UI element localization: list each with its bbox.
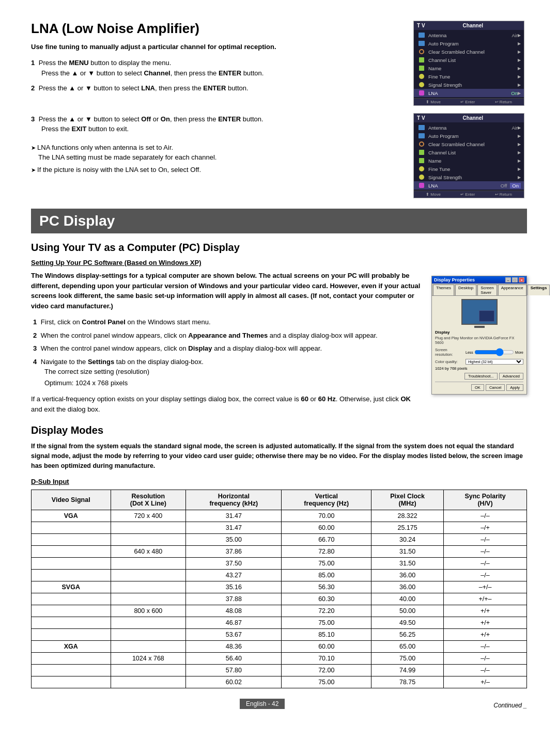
lna-title: LNA (Low Noise Amplifier): [31, 21, 403, 37]
titlebar-buttons: – □ ×: [505, 277, 524, 282]
continued-text: Continued _: [493, 702, 527, 709]
page-number: English - 42: [240, 699, 285, 709]
td-v_freq: 56.30: [282, 581, 371, 593]
tab-settings[interactable]: Settings: [528, 285, 550, 295]
troubleshoot-button[interactable]: Troubleshoot...: [464, 373, 498, 380]
tv-row: Signal Strength▶: [414, 173, 524, 181]
display-modes-section: Display Modes If the signal from the sys…: [31, 424, 527, 688]
td-signal: [32, 522, 111, 534]
th-pixel-clock: Pixel Clock(MHz): [371, 490, 444, 510]
td-pixel: 31.50: [371, 558, 444, 570]
tv-label: T V: [417, 23, 425, 28]
td-h_freq: 35.16: [186, 581, 282, 593]
td-pixel: 75.00: [371, 653, 444, 665]
step-indent: Press the EXIT button to exit.: [31, 124, 403, 134]
lna-step-2: 2 Press the ▲ or ▼ button to select LNA,…: [31, 83, 403, 93]
td-resolution: 800 x 600: [111, 605, 186, 617]
tab-screensaver[interactable]: Screen Saver: [477, 285, 497, 295]
ch-icon: [417, 65, 426, 72]
lna-step-1: 1 Press the MENU button to display the m…: [31, 58, 403, 78]
pc-step-3: 3 When the control panel window appears,…: [31, 343, 421, 354]
td-h_freq: 37.86: [186, 546, 282, 558]
tab-desktop[interactable]: Desktop: [455, 285, 476, 295]
lna-steps: 1 Press the MENU button to display the m…: [31, 58, 403, 134]
freq-note: If a vertical-frequency option exists on…: [31, 394, 421, 414]
td-sync: –/–: [444, 534, 527, 546]
tab-appearance[interactable]: Appearance: [498, 285, 526, 295]
tv-row: Clear Scrambled Channel▶: [414, 140, 524, 148]
td-v_freq: 75.00: [282, 558, 371, 570]
tv-screen-1-header: T V Channel: [414, 21, 524, 30]
tv-row: Name▶: [414, 64, 524, 72]
td-h_freq: 56.40: [186, 653, 282, 665]
property-buttons: Troubleshoot... Advanced: [435, 373, 523, 380]
tv-screens: T V Channel AntennaAir▶ Auto Program▶ Cl…: [413, 21, 527, 198]
ok-button[interactable]: OK: [471, 384, 484, 391]
tv-row: AntennaAir▶: [414, 31, 524, 39]
td-sync: –+/–: [444, 581, 527, 593]
td-resolution: [111, 641, 186, 653]
maximize-button[interactable]: □: [512, 277, 518, 282]
table-row: 800 x 60048.0872.2050.00+/+: [32, 605, 527, 617]
lna-note-1: LNA functions only when antenna is set t…: [31, 143, 403, 163]
tv-row: Name▶: [414, 156, 524, 165]
tv-screen-1: T V Channel AntennaAir▶ Auto Program▶ Cl…: [413, 21, 524, 106]
td-resolution: [111, 534, 186, 546]
setup-icon: [417, 174, 426, 181]
td-sync: –/–: [444, 641, 527, 653]
lna-subtitle: Use fine tuning to manually adjust a par…: [31, 43, 403, 51]
td-signal: SVGA: [32, 581, 111, 593]
td-sync: –/–: [444, 510, 527, 522]
tv-row-lna: LNA On ▶: [414, 89, 524, 97]
tv-row: Signal Strength▶: [414, 81, 524, 89]
td-resolution: [111, 522, 186, 534]
td-resolution: [111, 558, 186, 570]
tv-label: T V: [417, 115, 425, 121]
th-vertical: Verticalfrequency (Hz): [282, 490, 371, 510]
th-sync-polarity: Sync Polarity(H/V): [444, 490, 527, 510]
winxp-dialog: Display Properties – □ × Themes Desktop …: [431, 276, 527, 395]
cancel-button[interactable]: Cancel: [486, 384, 505, 391]
apply-button[interactable]: Apply: [506, 384, 523, 391]
display-label: Display: [435, 330, 523, 335]
pic-icon: [417, 132, 426, 139]
td-sync: +/+: [444, 617, 527, 629]
ch-icon: [417, 56, 426, 64]
td-signal: [32, 534, 111, 546]
channel-label: Channel: [463, 115, 483, 121]
table-row: VGA720 x 40031.4770.0028.322–/–: [32, 510, 527, 522]
td-signal: [32, 558, 111, 570]
setup-icon: [417, 81, 426, 88]
lna-notes: LNA functions only when antenna is set t…: [31, 143, 403, 175]
pc-step-2: 2 When the control panel window appears,…: [31, 330, 421, 341]
tv-nav-bar: ⬆ Move ↵ Enter ↩ Return: [414, 98, 524, 105]
td-pixel: 50.00: [371, 605, 444, 617]
bottom-buttons: OK Cancel Apply: [435, 384, 523, 391]
close-button[interactable]: ×: [519, 277, 524, 282]
lna-section: LNA (Low Noise Amplifier) Use fine tunin…: [31, 21, 527, 198]
advanced-button[interactable]: Advanced: [499, 373, 523, 380]
td-v_freq: 85.00: [282, 570, 371, 581]
monitor-area: [435, 299, 523, 328]
td-h_freq: 53.67: [186, 629, 282, 641]
td-sync: +/+–: [444, 593, 527, 605]
td-signal: XGA: [32, 641, 111, 653]
td-h_freq: 48.36: [186, 641, 282, 653]
table-section-label: D-Sub Input: [31, 478, 527, 485]
td-pixel: 30.24: [371, 534, 444, 546]
color-select[interactable]: Highest (32 bit): [466, 359, 523, 365]
pc-steps-content: The Windows display-settings for a typic…: [31, 271, 421, 414]
td-pixel: 78.75: [371, 676, 444, 688]
th-horizontal: Horizontalfrequency (kHz): [186, 490, 282, 510]
resolution-row: Screen resolution: Less More: [435, 347, 523, 357]
td-sync: –/–: [444, 653, 527, 665]
td-pixel: 65.00: [371, 641, 444, 653]
tv-row: Fine Tune▶: [414, 165, 524, 173]
td-resolution: [111, 581, 186, 593]
td-resolution: [111, 665, 186, 676]
tab-themes[interactable]: Themes: [433, 285, 454, 295]
td-sync: +/–: [444, 676, 527, 688]
minimize-button[interactable]: –: [505, 277, 511, 282]
table-row: XGA48.3660.0065.00–/–: [32, 641, 527, 653]
resolution-slider[interactable]: [474, 347, 514, 357]
